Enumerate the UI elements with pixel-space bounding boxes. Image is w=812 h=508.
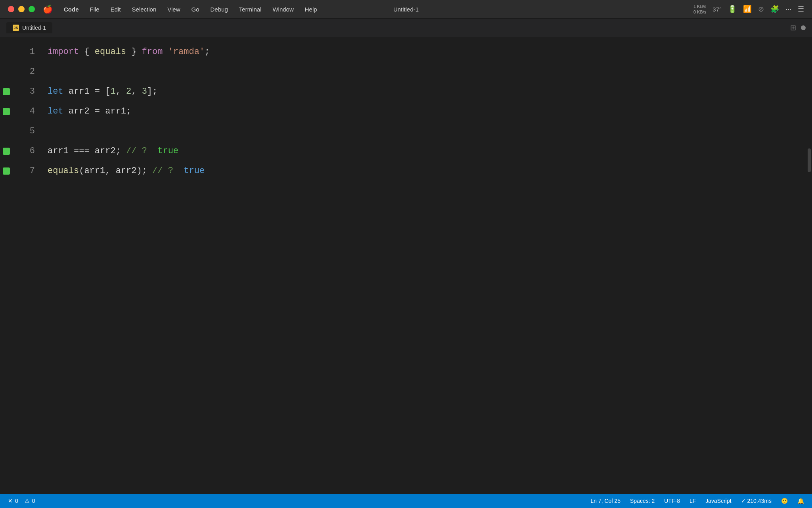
code-area[interactable]: import { equals } from 'ramda' ; let arr… — [44, 37, 806, 494]
temperature-display: 37° — [712, 6, 722, 13]
menu-go[interactable]: Go — [192, 6, 199, 13]
code-line-7: equals (arr1, arr2); // ? true — [44, 161, 806, 181]
kw-from: from — [142, 42, 163, 62]
code-line-1: import { equals } from 'ramda' ; — [44, 42, 806, 62]
menu-help[interactable]: Help — [305, 6, 317, 13]
tab-bar: JS Untitled-1 ⊞ — [0, 19, 812, 37]
bp-line-5 — [0, 121, 13, 141]
bluetooth-icon: 📶 — [743, 5, 752, 13]
bp-line-6 — [0, 141, 13, 161]
close-button[interactable] — [8, 6, 14, 12]
menu-debug[interactable]: Debug — [211, 6, 228, 13]
line-num-3: 3 — [13, 82, 35, 102]
battery-icon: 🔋 — [728, 5, 737, 13]
menu-file[interactable]: File — [90, 6, 100, 13]
encoding[interactable]: UTF-8 — [664, 498, 680, 504]
fn-equals: equals — [95, 42, 126, 62]
indent-mode[interactable]: Spaces: 2 — [630, 498, 655, 504]
tab-untitled1[interactable]: JS Untitled-1 — [6, 22, 52, 33]
breakpoint-3[interactable] — [3, 88, 10, 95]
error-icon: ✕ — [8, 498, 13, 504]
code-line-5 — [44, 121, 806, 141]
network-stats: 1 KB/s 0 KB/s — [693, 4, 706, 15]
bp-line-3 — [0, 82, 13, 102]
smiley-icon[interactable]: 🙂 — [781, 498, 788, 504]
titlebar-left: 🍎 Code File Edit Selection View Go Debug… — [8, 4, 317, 14]
warning-count: 0 — [32, 498, 35, 504]
fn-equals-call: equals — [48, 161, 79, 181]
num-1: 1 — [110, 82, 115, 102]
apple-menu[interactable]: 🍎 — [43, 4, 53, 14]
kw-import: import — [48, 42, 79, 62]
warning-icon: ⚠ — [25, 498, 30, 504]
list-icon[interactable]: ☰ — [798, 5, 804, 13]
code-line-2 — [44, 62, 806, 82]
menu-window[interactable]: Window — [272, 6, 293, 13]
tabbar-right: ⊞ — [790, 23, 806, 32]
line-numbers: 1 2 3 4 5 6 7 — [13, 37, 44, 494]
menu-code[interactable]: Code — [64, 6, 79, 13]
breakpoint-gutter — [0, 37, 13, 494]
code-line-3: let arr1 = [ 1 , 2 , 3 ]; — [44, 82, 806, 102]
comment-7: // ? — [152, 161, 173, 181]
bp-line-7 — [0, 161, 13, 181]
num-3: 3 — [142, 82, 147, 102]
maximize-button[interactable] — [29, 6, 35, 12]
menu-view[interactable]: View — [167, 6, 180, 13]
result-line-7: true — [184, 161, 205, 181]
editor-scrollbar[interactable] — [806, 37, 812, 494]
bp-line-2 — [0, 62, 13, 82]
split-editor-icon[interactable]: ⊞ — [790, 23, 796, 32]
minimize-button[interactable] — [18, 6, 25, 12]
kw-let-4: let — [48, 102, 63, 121]
scrollbar-thumb[interactable] — [808, 148, 811, 172]
more-button[interactable]: ··· — [785, 5, 791, 13]
extension-icon: 🧩 — [770, 5, 779, 13]
wifi-icon: ⊘ — [758, 5, 764, 13]
code-line-6: arr1 === arr2; // ? true — [44, 141, 806, 161]
bp-line-1 — [0, 42, 13, 62]
timing-display: ✓ 210.43ms — [741, 498, 772, 504]
num-2: 2 — [126, 82, 131, 102]
line-num-6: 6 — [13, 141, 35, 161]
error-count: 0 — [15, 498, 18, 504]
kw-let-3: let — [48, 82, 63, 102]
line-ending[interactable]: LF — [689, 498, 696, 504]
menu-bar: 🍎 Code File Edit Selection View Go Debug… — [43, 4, 317, 14]
line-num-7: 7 — [13, 161, 35, 181]
menu-terminal[interactable]: Terminal — [239, 6, 262, 13]
statusbar: ✕ 0 ⚠ 0 Ln 7, Col 25 Spaces: 2 UTF-8 LF … — [0, 494, 812, 508]
op-strict-eq: === — [74, 141, 90, 161]
line-num-4: 4 — [13, 102, 35, 121]
statusbar-right: Ln 7, Col 25 Spaces: 2 UTF-8 LF JavaScri… — [590, 498, 804, 504]
language-mode[interactable]: JavaScript — [705, 498, 731, 504]
editor-status-indicator — [801, 25, 806, 30]
traffic-lights — [8, 6, 35, 12]
titlebar: 🍎 Code File Edit Selection View Go Debug… — [0, 0, 812, 19]
menu-selection[interactable]: Selection — [132, 6, 157, 13]
breakpoint-4[interactable] — [3, 108, 10, 115]
editor-area: 1 2 3 4 5 6 7 import { equals } from 'ra… — [0, 37, 812, 494]
breakpoint-7[interactable] — [3, 167, 10, 175]
str-ramda: 'ramda' — [168, 42, 205, 62]
tab-js-icon: JS — [13, 25, 19, 31]
bp-line-4 — [0, 102, 13, 121]
window-title: Untitled-1 — [393, 6, 419, 13]
code-line-4: let arr2 = arr1; — [44, 102, 806, 121]
result-line-6: true — [157, 141, 178, 161]
menu-edit[interactable]: Edit — [111, 6, 121, 13]
errors-indicator[interactable]: ✕ 0 ⚠ 0 — [8, 498, 35, 504]
notification-bell[interactable]: 🔔 — [797, 498, 804, 504]
statusbar-left: ✕ 0 ⚠ 0 — [8, 498, 35, 504]
tab-label: Untitled-1 — [22, 25, 46, 31]
comment-6: // ? — [126, 141, 147, 161]
titlebar-right: 1 KB/s 0 KB/s 37° 🔋 📶 ⊘ 🧩 ··· ☰ — [693, 4, 804, 15]
line-num-2: 2 — [13, 62, 35, 82]
breakpoint-6[interactable] — [3, 148, 10, 155]
line-num-1: 1 — [13, 42, 35, 62]
line-num-5: 5 — [13, 121, 35, 141]
cursor-position[interactable]: Ln 7, Col 25 — [590, 498, 620, 504]
